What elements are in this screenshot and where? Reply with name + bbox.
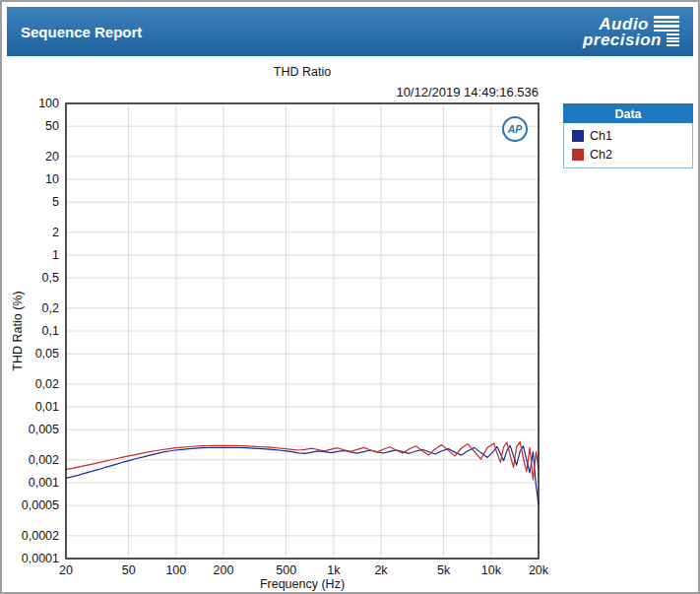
svg-text:50: 50 [122,563,136,577]
svg-text:0,002: 0,002 [29,453,59,467]
svg-text:0,02: 0,02 [35,377,59,391]
svg-text:0,1: 0,1 [42,324,59,338]
svg-text:0,5: 0,5 [42,271,59,285]
svg-text:500: 500 [276,563,296,577]
svg-text:0,0001: 0,0001 [22,552,59,565]
chart-svg: 20501002005001k2k5k10k20k1005020105210,5… [2,2,700,594]
svg-text:1: 1 [52,248,59,262]
ap-logo-text: AP [507,123,524,135]
svg-text:0,05: 0,05 [35,347,59,361]
legend-item-ch1: Ch1 [572,129,684,143]
legend-header: Data [563,103,693,123]
svg-text:20: 20 [45,150,59,164]
svg-text:0,005: 0,005 [29,423,59,436]
legend-label-ch2: Ch2 [590,148,612,162]
sequence-report-window: Sequence Report Audio precision THD Rati… [0,0,700,594]
svg-text:10: 10 [45,172,59,186]
svg-text:0,0002: 0,0002 [22,529,59,543]
svg-text:1k: 1k [327,563,341,577]
legend-swatch-ch2 [572,149,584,161]
svg-text:0,2: 0,2 [42,301,59,315]
svg-text:100: 100 [165,563,186,577]
svg-text:200: 200 [214,563,234,577]
svg-text:20: 20 [59,563,73,577]
svg-text:0,01: 0,01 [35,400,59,414]
legend-swatch-ch1 [572,130,584,142]
y-axis-label: THD Ratio (%) [11,291,25,370]
svg-text:10k: 10k [481,563,502,577]
legend-item-ch2: Ch2 [572,148,684,162]
svg-text:0,001: 0,001 [29,476,59,490]
legend-label-ch1: Ch1 [590,129,612,143]
x-axis-label: Frequency (Hz) [66,577,539,591]
svg-text:2: 2 [52,226,59,239]
legend-panel: Data Ch1 Ch2 [563,103,693,168]
ap-logo: AP [500,114,530,144]
svg-text:100: 100 [38,97,59,110]
svg-text:5k: 5k [437,563,451,577]
svg-text:5: 5 [52,195,59,209]
svg-text:2k: 2k [374,563,388,577]
svg-text:50: 50 [45,119,59,133]
svg-text:20k: 20k [529,563,549,577]
svg-text:0,0005: 0,0005 [22,498,59,512]
legend-body: Ch1 Ch2 [563,123,693,168]
